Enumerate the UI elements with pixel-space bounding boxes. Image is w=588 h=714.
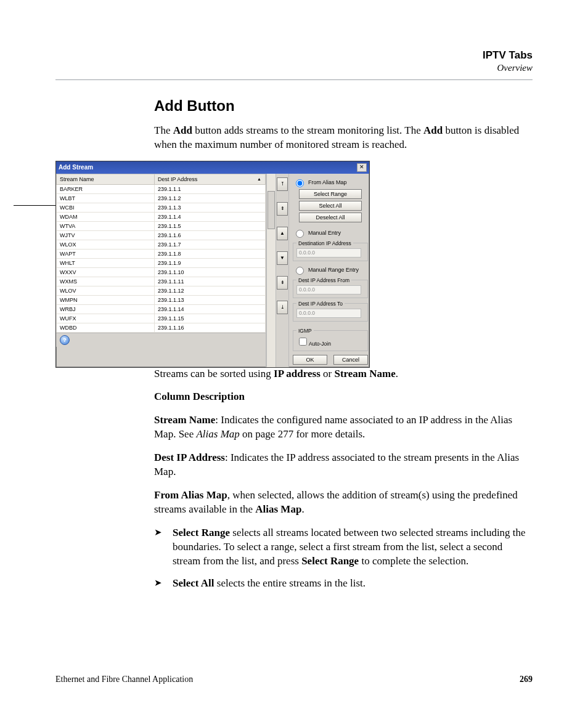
cell-stream-name: WUFX: [57, 314, 155, 323]
text-fragment: .: [396, 368, 398, 379]
sort-paragraph: Streams can be sorted using IP address o…: [154, 367, 533, 381]
ip-to-fieldset: Dest IP Address To 0.0.0.0: [293, 301, 368, 322]
cell-dest-ip: 239.1.1.6: [154, 230, 265, 240]
column-description-heading: Column Description: [154, 389, 533, 404]
scrollbar[interactable]: [266, 174, 276, 367]
manual-range-radio[interactable]: Manual Range Entry: [293, 265, 368, 275]
column-header-dest-ip[interactable]: Dest IP Address: [154, 174, 265, 184]
manual-entry-fieldset: Destination IP Address 0.0.0.0: [293, 240, 368, 261]
radio-label: From Alias Map: [308, 179, 347, 185]
cell-dest-ip: 239.1.1.16: [154, 323, 265, 332]
text-bold: Select All: [173, 577, 214, 589]
radio-input[interactable]: [296, 267, 304, 275]
dialog-title: Add Stream: [59, 164, 93, 171]
table-row[interactable]: WLOV239.1.1.12: [57, 286, 266, 295]
table-row[interactable]: WHLT239.1.1.9: [57, 258, 266, 267]
move-top-button[interactable]: ⤒: [277, 177, 288, 191]
text-bold: IP address: [274, 368, 321, 379]
cell-stream-name: WJTV: [57, 230, 155, 240]
auto-join-checkbox[interactable]: Auto-Join: [296, 341, 331, 347]
radio-input[interactable]: [296, 179, 304, 187]
text-fragment: button adds streams to the stream monito…: [192, 124, 423, 136]
ok-button[interactable]: OK: [293, 355, 327, 365]
ip-from-input[interactable]: 0.0.0.0: [296, 285, 361, 294]
text-fragment: The: [154, 124, 173, 136]
move-pagedown-button[interactable]: ⇟: [277, 276, 288, 290]
text-bold: Select Range: [173, 527, 230, 538]
cell-dest-ip: 239.1.1.3: [154, 203, 265, 212]
scrollbar-thumb[interactable]: [267, 191, 275, 229]
dest-ip-description: Dest IP Address: Indicates the IP addres…: [154, 450, 533, 479]
cell-stream-name: WLBT: [57, 193, 155, 203]
move-down-button[interactable]: ▼: [277, 251, 288, 265]
move-pageup-button[interactable]: ⇞: [277, 202, 288, 216]
cell-stream-name: WLOV: [57, 286, 155, 295]
table-row[interactable]: WCBI239.1.1.3: [57, 203, 266, 212]
ip-from-fieldset: Dest IP Address From 0.0.0.0: [293, 277, 368, 298]
radio-input[interactable]: [296, 230, 304, 238]
help-icon[interactable]: ?: [60, 335, 70, 345]
text-fragment: on page 277 for more details.: [240, 428, 365, 440]
from-alias-paragraph: From Alias Map, when selected, allows th…: [154, 488, 533, 517]
cancel-button[interactable]: Cancel: [333, 355, 368, 365]
cell-dest-ip: 239.1.1.13: [154, 295, 265, 304]
cell-dest-ip: 239.1.1.9: [154, 258, 265, 267]
table-row[interactable]: WDAM239.1.1.4: [57, 212, 266, 221]
checkbox-label: Auto-Join: [309, 341, 331, 347]
move-up-button[interactable]: ▲: [277, 227, 288, 240]
text-fragment: Streams can be sorted using: [154, 368, 274, 379]
text-fragment: or: [321, 368, 335, 379]
select-range-button[interactable]: Select Range: [299, 189, 362, 199]
deselect-all-button[interactable]: Deselect All: [299, 213, 362, 222]
table-row[interactable]: WTVA239.1.1.5: [57, 221, 266, 230]
radio-label: Manual Entry: [308, 230, 341, 236]
dest-ip-input[interactable]: 0.0.0.0: [296, 248, 361, 258]
table-row[interactable]: WRBJ239.1.1.14: [57, 304, 266, 314]
text-fragment: selects the entire streams in the list.: [214, 577, 366, 589]
column-header-stream-name[interactable]: Stream Name: [57, 174, 155, 184]
manual-entry-radio[interactable]: Manual Entry: [293, 228, 368, 238]
table-row[interactable]: WAPT239.1.1.8: [57, 249, 266, 258]
text-bold: Select Range: [301, 555, 359, 567]
cell-stream-name: WLOX: [57, 240, 155, 249]
table-row[interactable]: WLBT239.1.1.2: [57, 193, 266, 203]
checkbox-input[interactable]: [299, 338, 307, 346]
cell-dest-ip: 239.1.1.4: [154, 212, 265, 221]
ip-to-input[interactable]: 0.0.0.0: [296, 309, 361, 318]
text-bold: Alias Map: [255, 503, 301, 515]
streams-table: Stream Name Dest IP Address BARKER239.1.…: [56, 174, 266, 333]
page-running-head-title: IPTV Tabs: [55, 49, 533, 62]
table-row[interactable]: WXMS239.1.1.11: [57, 277, 266, 286]
cell-stream-name: WXXV: [57, 267, 155, 277]
cell-dest-ip: 239.1.1.10: [154, 267, 265, 277]
page-number: 269: [520, 675, 533, 684]
cell-stream-name: WRBJ: [57, 304, 155, 314]
text-bold: Stream Name: [334, 368, 395, 379]
radio-label: Manual Range Entry: [308, 267, 359, 273]
from-alias-map-radio[interactable]: From Alias Map: [293, 177, 368, 187]
cell-dest-ip: 239.1.1.5: [154, 221, 265, 230]
list-item: Select Range selects all streams located…: [154, 525, 533, 569]
add-stream-dialog: Add Stream ✕ Stream Name Dest IP Address…: [55, 161, 370, 368]
table-row[interactable]: WDBD239.1.1.16: [57, 323, 266, 332]
table-row[interactable]: WJTV239.1.1.6: [57, 230, 266, 240]
cell-stream-name: WMPN: [57, 295, 155, 304]
table-row[interactable]: WLOX239.1.1.7: [57, 240, 266, 249]
close-icon[interactable]: ✕: [357, 163, 367, 172]
table-row[interactable]: WMPN239.1.1.13: [57, 295, 266, 304]
table-row[interactable]: WUFX239.1.1.15: [57, 314, 266, 323]
stream-name-description: Stream Name: Indicates the configured na…: [154, 413, 533, 442]
divider: [55, 79, 533, 80]
text-fragment: .: [301, 503, 304, 515]
table-row[interactable]: BARKER239.1.1.1: [57, 184, 266, 193]
table-row[interactable]: WXXV239.1.1.10: [57, 267, 266, 277]
text-bold: From Alias Map: [154, 489, 227, 501]
text-bold-add: Add: [173, 124, 192, 136]
cell-dest-ip: 239.1.1.12: [154, 286, 265, 295]
move-bottom-button[interactable]: ⤓: [277, 301, 288, 314]
cell-stream-name: WDBD: [57, 323, 155, 332]
text-bold: Dest IP Address: [154, 452, 225, 463]
cell-stream-name: WDAM: [57, 212, 155, 221]
cell-dest-ip: 239.1.1.2: [154, 193, 265, 203]
select-all-button[interactable]: Select All: [299, 201, 362, 211]
